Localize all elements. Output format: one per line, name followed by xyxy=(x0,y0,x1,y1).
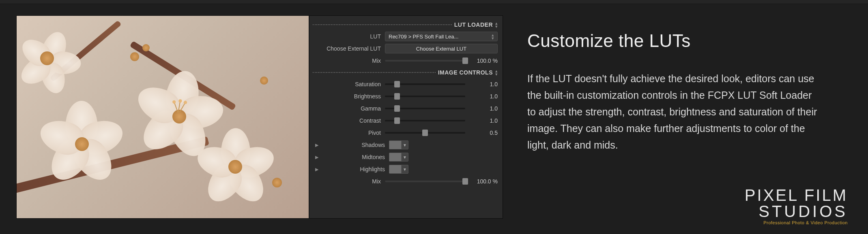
slider-thumb[interactable] xyxy=(462,178,468,185)
shadows-color-well[interactable]: ▼ xyxy=(389,140,408,149)
contrast-slider[interactable] xyxy=(385,120,465,121)
saturation-slider[interactable] xyxy=(385,83,465,85)
disclosure-icon[interactable]: ▶ xyxy=(313,143,321,148)
section-lut-loader: LUT LOADER ▴▾ xyxy=(313,21,498,28)
stepper-icon: ▴▾ xyxy=(492,33,494,40)
row-shadows: ▶ Shadows ▼ xyxy=(313,139,498,151)
article-body: If the LUT doesn't fully achieve the des… xyxy=(527,70,819,153)
highlights-color-well[interactable]: ▼ xyxy=(389,165,408,174)
label-gamma: Gamma xyxy=(313,105,381,112)
slider-thumb[interactable] xyxy=(422,130,428,136)
section-title: LUT LOADER xyxy=(454,21,493,28)
label-shadows: Shadows xyxy=(325,142,385,148)
brand-logo: PIXEL FILM STUDIOS Professional Photo & … xyxy=(745,187,848,225)
gamma-slider[interactable] xyxy=(385,108,465,109)
mix-slider[interactable] xyxy=(385,60,465,62)
disclosure-icon[interactable]: ▶ xyxy=(313,155,321,160)
slider-thumb[interactable] xyxy=(394,117,400,124)
slider-thumb[interactable] xyxy=(462,57,468,64)
article-heading: Customize the LUTs xyxy=(527,31,819,51)
image-mix-value: 100.0 % xyxy=(468,178,498,185)
label-brightness: Brightness xyxy=(313,93,381,100)
row-lut: LUT Rec709 > PFS Soft Fall Lea... ▴▾ xyxy=(313,30,498,43)
contrast-value: 1.0 xyxy=(468,117,498,124)
row-mix-image: Mix 100.0 % xyxy=(313,175,498,187)
label-contrast: Contrast xyxy=(313,117,381,124)
row-choose-external: Choose External LUT Choose External LUT xyxy=(313,43,498,55)
slider-thumb[interactable] xyxy=(394,81,400,87)
brand-line2: STUDIOS xyxy=(745,203,848,219)
section-title: IMAGE CONTROLS xyxy=(438,69,493,76)
choose-external-lut-button[interactable]: Choose External LUT xyxy=(385,44,498,53)
label-pivot: Pivot xyxy=(313,130,381,136)
inspector-panel: LUT LOADER ▴▾ LUT Rec709 > PFS Soft Fall… xyxy=(309,16,503,218)
row-pivot: Pivot 0.5 xyxy=(313,127,498,139)
page-top-divider xyxy=(0,0,868,4)
row-contrast: Contrast 1.0 xyxy=(313,115,498,127)
label-lut: LUT xyxy=(313,33,381,40)
row-saturation: Saturation 1.0 xyxy=(313,78,498,90)
brand-tagline: Professional Photo & Video Production xyxy=(745,220,848,225)
midtones-color-well[interactable]: ▼ xyxy=(389,153,408,162)
row-midtones: ▶ Midtones ▼ xyxy=(313,151,498,163)
dotted-divider xyxy=(313,24,452,25)
brightness-slider[interactable] xyxy=(385,96,465,97)
screenshot-card: LUT LOADER ▴▾ LUT Rec709 > PFS Soft Fall… xyxy=(16,15,503,219)
pivot-slider[interactable] xyxy=(385,132,465,134)
stepper-icon[interactable]: ▴▾ xyxy=(495,69,498,76)
video-preview xyxy=(17,16,309,218)
label-saturation: Saturation xyxy=(313,81,381,87)
label-highlights: Highlights xyxy=(325,166,385,172)
dotted-divider xyxy=(313,72,436,73)
brightness-value: 1.0 xyxy=(468,93,498,100)
row-gamma: Gamma 1.0 xyxy=(313,102,498,115)
label-mix: Mix xyxy=(313,178,381,185)
label-mix: Mix xyxy=(313,57,381,64)
section-image-controls: IMAGE CONTROLS ▴▾ xyxy=(313,69,498,76)
gamma-value: 1.0 xyxy=(468,105,498,112)
row-brightness: Brightness 1.0 xyxy=(313,90,498,102)
image-mix-slider[interactable] xyxy=(385,181,465,182)
row-highlights: ▶ Highlights ▼ xyxy=(313,163,498,175)
content-row: LUT LOADER ▴▾ LUT Rec709 > PFS Soft Fall… xyxy=(0,4,868,219)
disclosure-icon[interactable]: ▶ xyxy=(313,167,321,172)
label-midtones: Midtones xyxy=(325,154,385,160)
slider-thumb[interactable] xyxy=(394,93,400,100)
stepper-icon[interactable]: ▴▾ xyxy=(495,21,498,28)
pivot-value: 0.5 xyxy=(468,130,498,136)
row-mix-lut: Mix 100.0 % xyxy=(313,55,498,67)
mix-value: 100.0 % xyxy=(468,57,498,64)
brand-line1: PIXEL FILM xyxy=(745,187,848,203)
lut-dropdown-value: Rec709 > PFS Soft Fall Lea... xyxy=(389,34,458,40)
lut-dropdown[interactable]: Rec709 > PFS Soft Fall Lea... ▴▾ xyxy=(385,32,498,41)
label-choose-external: Choose External LUT xyxy=(313,45,381,52)
slider-thumb[interactable] xyxy=(394,105,400,112)
saturation-value: 1.0 xyxy=(468,81,498,87)
